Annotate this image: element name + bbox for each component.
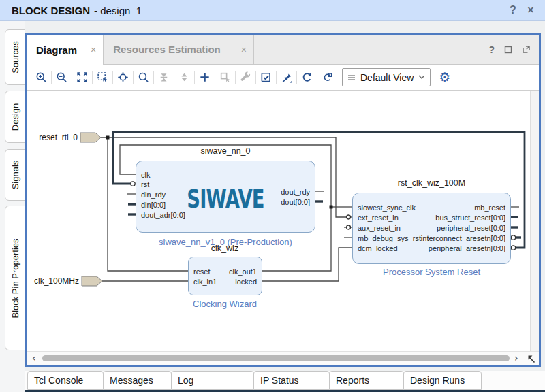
help-icon[interactable]: ?: [504, 4, 522, 16]
tab-diagram[interactable]: Diagram ×: [27, 35, 104, 65]
pin-peripheral-reset[interactable]: peripheral_reset[0:0]: [437, 224, 505, 232]
scroll-left-icon[interactable]: ‹: [32, 353, 36, 363]
tab-ip-status[interactable]: IP Status: [253, 371, 330, 390]
pin-icon[interactable]: [277, 68, 296, 86]
pin-locked[interactable]: locked: [235, 278, 257, 286]
collapse-blocks-icon: [155, 68, 173, 86]
pin-clk-in1[interactable]: clk_in1: [193, 278, 217, 286]
zoom-fit-icon[interactable]: [73, 68, 91, 86]
maximize-icon[interactable]: [504, 46, 512, 54]
validate-design-icon[interactable]: [257, 68, 275, 86]
pin-clk[interactable]: clk: [141, 171, 150, 179]
view-selector-value: Default View: [360, 72, 414, 83]
document-tab-strip: Diagram × Resources Estimation × ?: [27, 35, 539, 65]
panel-help-icon[interactable]: ?: [488, 44, 495, 55]
tab-diagram-close-icon[interactable]: ×: [91, 44, 96, 55]
scroll-right-icon[interactable]: ›: [514, 353, 518, 363]
expand-blocks-icon: [175, 68, 193, 86]
view-selector-dropdown[interactable]: Default View: [342, 68, 431, 86]
tab-messages-label: Messages: [110, 375, 153, 386]
resize-corner-icon[interactable]: [526, 353, 537, 364]
pin-reset[interactable]: reset: [193, 267, 210, 276]
tab-messages[interactable]: Messages: [103, 371, 172, 390]
float-window-icon[interactable]: [522, 45, 531, 54]
pin-mb-reset[interactable]: mb_reset: [474, 203, 505, 212]
tab-resources-estimation[interactable]: Resources Estimation ×: [104, 35, 254, 64]
tab-tcl-console-label: Tcl Console: [34, 375, 83, 386]
sidebar-label-block-pin-properties: Block Pin Properties: [10, 238, 20, 318]
tab-ip-status-label: IP Status: [260, 375, 299, 386]
ip-block-clk-wiz[interactable]: reset clk_in1 clk_out1 locked: [188, 257, 262, 295]
port-label-clk-100mhz[interactable]: clk_100MHz: [22, 276, 79, 286]
pin-rst[interactable]: rst: [141, 180, 149, 189]
window-subtitle: - design_1: [94, 5, 142, 16]
scrollbar-thumb[interactable]: [42, 355, 510, 361]
regenerate-layout-icon[interactable]: [298, 68, 316, 86]
pin-dcm-locked[interactable]: dcm_locked: [358, 244, 398, 252]
tab-tcl-console[interactable]: Tcl Console: [27, 371, 104, 390]
port-label-reset-rtl-0[interactable]: reset_rtl_0: [20, 133, 78, 142]
tabstrip-spacer: [254, 35, 488, 64]
tab-resources-label: Resources Estimation: [113, 44, 221, 55]
sidebar-item-signals[interactable]: Signals: [5, 149, 25, 201]
copy-icon: [216, 68, 234, 86]
close-icon[interactable]: ×: [522, 4, 540, 16]
interface-ports-icon[interactable]: [318, 68, 337, 86]
sidebar-label-signals: Signals: [10, 161, 20, 190]
zoom-out-icon[interactable]: [52, 68, 71, 86]
pin-interconnect-aresetn[interactable]: interconnect_aresetn[0:0]: [421, 234, 505, 242]
zoom-selection-icon[interactable]: [93, 68, 112, 86]
tab-design-runs-label: Design Runs: [410, 375, 465, 386]
add-ip-icon[interactable]: [196, 68, 214, 86]
siwave-logo: SIWAVE: [161, 184, 290, 214]
list-icon: [347, 74, 356, 81]
tab-design-runs[interactable]: Design Runs: [403, 371, 482, 390]
window-title: BLOCK DESIGN: [12, 5, 90, 16]
pin-dout[interactable]: dout[0:0]: [281, 198, 310, 206]
tab-log-label: Log: [178, 375, 193, 386]
diagram-toolbar: Default View ⚙: [27, 65, 539, 91]
pin-ext-reset-in[interactable]: ext_reset_in: [358, 214, 399, 222]
left-tab-gutter: Sources Design Signals Block Pin Propert…: [0, 21, 25, 392]
pin-din[interactable]: din[0:0]: [141, 201, 166, 209]
settings-gear-icon[interactable]: ⚙: [439, 71, 450, 84]
tab-diagram-label: Diagram: [36, 44, 77, 56]
sidebar-item-sources[interactable]: Sources: [5, 29, 25, 85]
ip-block-rst-clk-wiz-100m[interactable]: slowest_sync_clk ext_reset_in aux_reset_…: [352, 193, 511, 264]
ip-block-siwave-nn-0[interactable]: SIWAVE clk rst din_rdy din[0:0] dout_adr…: [136, 161, 315, 233]
window-title-bar: BLOCK DESIGN - design_1 ? ×: [0, 0, 545, 21]
tab-reports[interactable]: Reports: [329, 371, 404, 390]
pin-slowest-sync-clk[interactable]: slowest_sync_clk: [358, 203, 416, 212]
pin-clk-out1[interactable]: clk_out1: [229, 267, 257, 276]
pin-dout-rdy[interactable]: dout_rdy: [281, 188, 310, 196]
tab-log[interactable]: Log: [171, 371, 254, 390]
pin-mb-debug-sys-rst[interactable]: mb_debug_sys_rst: [358, 234, 421, 242]
zoom-in-icon[interactable]: [32, 68, 50, 86]
sidebar-label-design: Design: [10, 103, 20, 130]
chevron-down-icon: [418, 75, 425, 80]
sidebar-label-sources: Sources: [10, 41, 20, 74]
pin-dout-adr[interactable]: dout_adr[0:0]: [141, 211, 185, 219]
customize-wrench-icon: [236, 68, 255, 86]
vertical-scrollbar-gutter[interactable]: [530, 91, 539, 351]
autofit-icon[interactable]: [114, 68, 132, 86]
pin-din-rdy[interactable]: din_rdy: [141, 191, 166, 199]
horizontal-scrollbar[interactable]: ‹ ›: [27, 351, 539, 365]
pin-peripheral-aresetn[interactable]: peripheral_aresetn[0:0]: [429, 244, 505, 252]
pin-aux-reset-in[interactable]: aux_reset_in: [358, 224, 401, 232]
bottom-tab-bar: Tcl Console Messages Log IP Status Repor…: [25, 371, 545, 390]
pin-bus-struct-reset[interactable]: bus_struct_reset[0:0]: [435, 214, 505, 222]
tab-reports-label: Reports: [336, 375, 369, 386]
tab-resources-close-icon[interactable]: ×: [241, 44, 247, 55]
search-icon[interactable]: [134, 68, 153, 86]
